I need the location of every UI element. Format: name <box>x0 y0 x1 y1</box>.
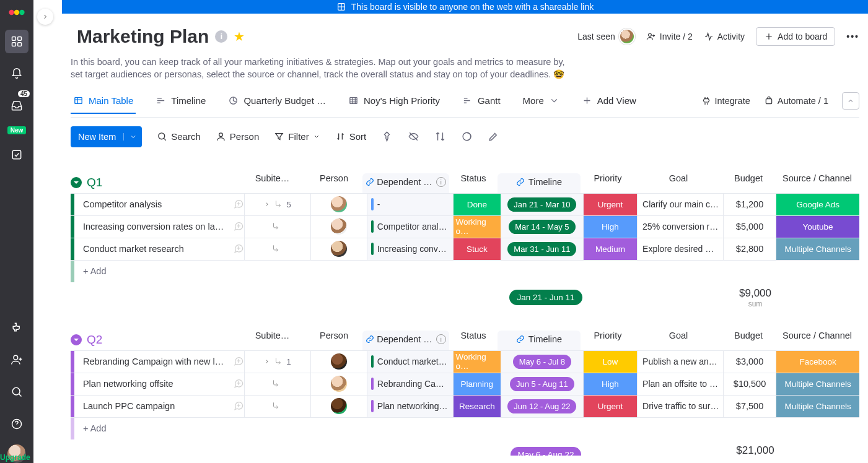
row-name-cell[interactable]: Plan networking offsite <box>74 373 245 395</box>
cell-dependent[interactable]: Competitor anal… <box>367 216 453 238</box>
cell-priority[interactable]: Urgent <box>583 396 637 417</box>
row-name-cell[interactable]: Launch PPC campaign <box>74 396 245 417</box>
cell-budget[interactable]: $3,000 <box>723 351 776 373</box>
workspaces-nav[interactable] <box>5 30 28 53</box>
cell-person[interactable] <box>310 351 367 373</box>
add-row[interactable]: + Add <box>71 417 859 439</box>
cell-subitems[interactable] <box>244 216 310 238</box>
cell-subitems[interactable] <box>244 396 310 417</box>
color-tool[interactable] <box>461 131 473 142</box>
cell-goal[interactable]: Publish a new and u… <box>637 351 723 373</box>
col-source[interactable]: Source / Channel <box>775 173 859 193</box>
cell-priority[interactable]: Medium <box>583 238 637 260</box>
cell-source[interactable]: Google Ads <box>776 194 859 215</box>
person-avatar[interactable] <box>331 353 347 370</box>
person-avatar[interactable] <box>331 219 347 235</box>
cell-status[interactable]: Planning <box>453 373 501 395</box>
person-avatar[interactable] <box>331 398 347 414</box>
col-dependent[interactable]: Dependent …i <box>362 173 449 193</box>
tab-gantt[interactable]: Gantt <box>460 95 503 113</box>
chat-icon[interactable] <box>233 220 244 233</box>
cell-status[interactable]: Done <box>453 194 501 215</box>
tab-more[interactable]: More <box>520 95 562 113</box>
person-avatar[interactable] <box>331 241 347 257</box>
hide-tool[interactable] <box>408 131 419 142</box>
cell-dependent[interactable]: Rebranding Ca… <box>367 373 453 395</box>
row-name-cell[interactable]: Increasing conversion rates on lan… <box>74 216 245 238</box>
col-dependent[interactable]: Dependent …i <box>362 331 449 350</box>
cell-timeline[interactable]: Jun 5 - Aug 11 <box>501 373 583 395</box>
cell-status[interactable]: Working o… <box>453 351 501 373</box>
cell-priority[interactable]: Low <box>583 351 637 373</box>
col-timeline[interactable]: Timeline <box>498 331 581 350</box>
tab-noy-priority[interactable]: Noy's High Priority <box>346 95 442 113</box>
col-person[interactable]: Person <box>305 331 362 350</box>
cell-timeline[interactable]: Jan 21 - Mar 10 <box>501 194 583 215</box>
cell-subitems[interactable] <box>244 373 310 395</box>
group-name[interactable]: Q2 <box>71 333 239 350</box>
board-title[interactable]: Marketing Plan <box>77 26 209 47</box>
height-tool[interactable] <box>434 131 446 142</box>
cell-person[interactable] <box>310 373 367 395</box>
chat-icon[interactable] <box>233 355 244 368</box>
chat-icon[interactable] <box>233 198 244 211</box>
expand-icon[interactable] <box>264 200 270 209</box>
upgrade-link[interactable]: Upgrade <box>0 453 30 462</box>
add-to-board-button[interactable]: Add to board <box>756 27 835 46</box>
tab-main-table[interactable]: Main Table <box>71 95 136 113</box>
mywork-nav[interactable] <box>5 143 28 167</box>
cell-budget[interactable]: $7,500 <box>723 396 776 417</box>
cell-dependent[interactable]: Plan networking… <box>367 396 453 417</box>
table-row[interactable]: Plan networking offsite Rebranding Ca… P… <box>71 373 859 395</box>
add-view[interactable]: Add View <box>579 95 639 113</box>
help-nav[interactable] <box>5 412 28 436</box>
cell-person[interactable] <box>310 238 367 260</box>
table-row[interactable]: Competitor analysis 5 - Done Jan 21 - Ma… <box>71 193 859 215</box>
col-timeline[interactable]: Timeline <box>498 173 581 193</box>
col-subitems[interactable]: Subite… <box>239 331 305 350</box>
person-avatar[interactable] <box>331 376 347 392</box>
cell-timeline[interactable]: May 6 - Jul 8 <box>501 351 583 373</box>
col-person[interactable]: Person <box>305 173 362 193</box>
new-item-button[interactable]: New Item <box>71 126 142 147</box>
pin-tool[interactable] <box>381 131 393 142</box>
col-subitems[interactable]: Subite… <box>239 173 305 193</box>
row-name-cell[interactable]: Rebranding Campaign with new lo… <box>74 351 245 373</box>
cell-goal[interactable]: Drive traffic to surpa… <box>637 396 723 417</box>
cell-dependent[interactable]: Conduct market… <box>367 351 453 373</box>
automate-button[interactable]: Automate / 1 <box>764 96 828 106</box>
group-collapse-icon[interactable] <box>71 334 82 345</box>
chat-icon[interactable] <box>233 378 244 391</box>
cell-source[interactable]: Multiple Channels <box>776 238 859 260</box>
logo[interactable] <box>8 4 25 21</box>
col-priority[interactable]: Priority <box>581 331 635 350</box>
person-filter[interactable]: Person <box>216 131 260 142</box>
col-budget[interactable]: Budget <box>722 331 775 350</box>
cell-budget[interactable]: $10,500 <box>723 373 776 395</box>
chat-icon[interactable] <box>233 400 244 413</box>
cell-priority[interactable]: High <box>583 216 637 238</box>
cell-priority[interactable]: Urgent <box>583 194 637 215</box>
table-row[interactable]: Conduct market research Increasing conv…… <box>71 238 859 260</box>
cell-priority[interactable]: High <box>583 373 637 395</box>
cell-source[interactable]: Facebook <box>776 351 859 373</box>
info-icon[interactable]: i <box>215 30 227 43</box>
group-name[interactable]: Q1 <box>71 176 239 193</box>
invite-nav[interactable] <box>5 348 28 371</box>
highlight-tool[interactable] <box>488 131 499 142</box>
last-seen[interactable]: Last seen <box>577 28 635 45</box>
add-row[interactable]: + Add <box>71 260 859 282</box>
table-row[interactable]: Increasing conversion rates on lan… Comp… <box>71 215 859 238</box>
cell-source[interactable]: Youtube <box>776 216 859 238</box>
cell-goal[interactable]: Explore desired mar… <box>637 238 723 260</box>
inbox-nav[interactable]: 45 <box>5 94 28 118</box>
row-name-cell[interactable]: Competitor analysis <box>74 194 245 215</box>
row-name-cell[interactable]: Conduct market research <box>74 238 245 260</box>
cell-source[interactable]: Multiple Channels <box>776 396 859 417</box>
cell-status[interactable]: Working o… <box>453 216 501 238</box>
search-nav[interactable] <box>5 380 28 404</box>
cell-budget[interactable]: $2,800 <box>723 238 776 260</box>
activity-button[interactable]: Activity <box>704 32 745 41</box>
cell-subitems[interactable]: 5 <box>244 194 310 215</box>
collapse-header[interactable] <box>842 92 859 110</box>
